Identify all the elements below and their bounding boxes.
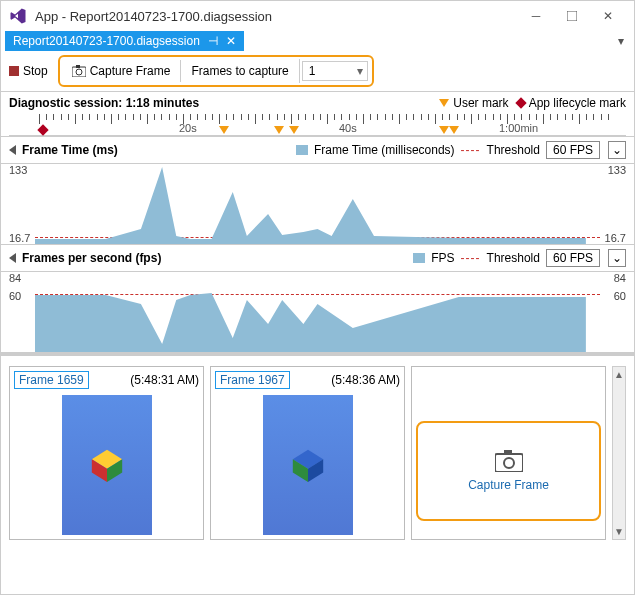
frames-to-capture-input[interactable]: ▾ — [302, 61, 368, 81]
svg-rect-12 — [495, 454, 523, 472]
vs-logo-icon — [9, 7, 27, 25]
session-info-row: Diagnostic session: 1:18 minutes User ma… — [1, 92, 634, 114]
scroll-up-icon[interactable]: ▲ — [614, 367, 624, 382]
scroll-down-icon[interactable]: ▼ — [614, 524, 624, 539]
lifecycle-mark-legend: App lifecycle mark — [517, 96, 626, 110]
lifecycle-marker — [39, 126, 47, 134]
user-marker — [449, 126, 459, 134]
chart2-y84-l: 84 — [9, 272, 21, 284]
capture-frame-button[interactable]: Capture Frame — [62, 60, 181, 82]
lifecycle-mark-icon — [515, 97, 526, 108]
cube-icon — [88, 446, 126, 484]
frame2-thumbnail[interactable] — [263, 395, 353, 535]
chart1-ymin-r: 16.7 — [605, 232, 626, 244]
chevron-down-icon[interactable]: ⌄ — [608, 249, 626, 267]
threshold-icon: ---- — [461, 143, 481, 157]
captured-frames-row: Frame 1659 (5:48:31 AM) Frame 1967 (5:48… — [1, 352, 634, 550]
window-title: App - Report20140723-1700.diagsession — [35, 9, 518, 24]
stop-button[interactable]: Stop — [9, 64, 48, 78]
chart2[interactable]: 84 60 84 60 — [9, 272, 626, 352]
chart1-swatch — [296, 145, 308, 155]
chart1-threshold-label: Threshold — [487, 143, 540, 157]
user-mark-legend: User mark — [439, 96, 508, 110]
stop-icon — [9, 66, 19, 76]
capture-frame-label: Capture Frame — [90, 64, 171, 78]
frame1-link[interactable]: Frame 1659 — [14, 371, 89, 389]
svg-point-2 — [76, 69, 82, 75]
chart2-area — [35, 272, 600, 352]
chart2-y84-r: 84 — [614, 272, 626, 284]
chart2-legend: FPS — [431, 251, 454, 265]
chart1-ymin-l: 16.7 — [9, 232, 30, 244]
document-tab-row: Report20140723-1700.diagsession ⊣ ✕ ▾ — [1, 31, 634, 51]
ruler-tick-60s: 1:00min — [499, 122, 538, 134]
svg-marker-4 — [35, 167, 586, 244]
capture-frame-button-large[interactable]: Capture Frame — [416, 421, 601, 521]
svg-rect-0 — [567, 11, 577, 21]
chart1-ymax-r: 133 — [608, 164, 626, 176]
chart2-title: Frames per second (fps) — [22, 251, 161, 265]
session-label: Diagnostic session: 1:18 minutes — [9, 96, 199, 110]
chart2-threshold-label: Threshold — [487, 251, 540, 265]
user-marker — [439, 126, 449, 134]
minimize-button[interactable]: ─ — [518, 4, 554, 28]
capture-toolbar-highlight: Capture Frame Frames to capture ▾ — [58, 55, 374, 87]
close-window-button[interactable]: ✕ — [590, 4, 626, 28]
user-marker — [274, 126, 284, 134]
user-marker — [289, 126, 299, 134]
capture-frame-large-label: Capture Frame — [468, 478, 549, 492]
user-marker — [219, 126, 229, 134]
chart1-fps-select[interactable]: 60 FPS — [546, 141, 600, 159]
collapse-icon[interactable] — [9, 253, 16, 263]
chart1-title: Frame Time (ms) — [22, 143, 118, 157]
camera-icon — [495, 450, 523, 472]
tab-overflow-button[interactable]: ▾ — [612, 34, 630, 48]
toolbar: Stop Capture Frame Frames to capture ▾ — [1, 51, 634, 92]
svg-point-13 — [504, 458, 514, 468]
chart1[interactable]: 133 16.7 133 16.7 — [9, 164, 626, 244]
chart1-header: Frame Time (ms) Frame Time (milliseconds… — [1, 136, 634, 164]
capture-frame-card: Capture Frame — [411, 366, 606, 540]
ruler-tick-40s: 40s — [339, 122, 357, 134]
document-tab[interactable]: Report20140723-1700.diagsession ⊣ ✕ — [5, 31, 244, 51]
chart1-area — [35, 164, 600, 244]
chevron-down-icon[interactable]: ▾ — [353, 64, 367, 78]
document-tab-label: Report20140723-1700.diagsession — [13, 34, 200, 48]
cube-icon — [289, 446, 327, 484]
user-mark-icon — [439, 99, 449, 107]
frame2-link[interactable]: Frame 1967 — [215, 371, 290, 389]
chart1-legend: Frame Time (milliseconds) — [314, 143, 455, 157]
camera-icon — [72, 65, 86, 77]
chart2-fps-select[interactable]: 60 FPS — [546, 249, 600, 267]
pin-icon[interactable]: ⊣ — [208, 34, 218, 48]
svg-rect-3 — [76, 65, 80, 68]
chart2-y60-r: 60 — [614, 290, 626, 302]
ruler-tick-20s: 20s — [179, 122, 197, 134]
frames-count-field[interactable] — [303, 62, 353, 80]
chevron-down-icon[interactable]: ⌄ — [608, 141, 626, 159]
chart2-y60-l: 60 — [9, 290, 21, 302]
chart2-header: Frames per second (fps) FPS ---- Thresho… — [1, 244, 634, 272]
svg-rect-14 — [504, 450, 512, 455]
frame2-time: (5:48:36 AM) — [331, 373, 400, 387]
frame-card-2[interactable]: Frame 1967 (5:48:36 AM) — [210, 366, 405, 540]
threshold-icon: ---- — [461, 251, 481, 265]
svg-marker-5 — [35, 293, 586, 352]
time-ruler[interactable]: 20s 40s 1:00min — [9, 114, 626, 136]
chart1-ymax-l: 133 — [9, 164, 27, 176]
frame1-thumbnail[interactable] — [62, 395, 152, 535]
collapse-icon[interactable] — [9, 145, 16, 155]
titlebar: App - Report20140723-1700.diagsession ─ … — [1, 1, 634, 31]
vertical-scrollbar[interactable]: ▲ ▼ — [612, 366, 626, 540]
stop-label: Stop — [23, 64, 48, 78]
chart2-swatch — [413, 253, 425, 263]
close-tab-icon[interactable]: ✕ — [226, 34, 236, 48]
frame1-time: (5:48:31 AM) — [130, 373, 199, 387]
frames-to-capture-label: Frames to capture — [180, 60, 298, 82]
maximize-button[interactable] — [554, 4, 590, 28]
frame-card-1[interactable]: Frame 1659 (5:48:31 AM) — [9, 366, 204, 540]
